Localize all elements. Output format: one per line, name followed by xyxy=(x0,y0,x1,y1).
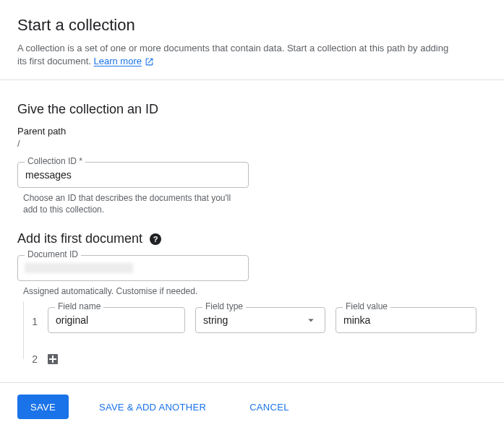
add-field-button[interactable] xyxy=(48,354,58,364)
save-button[interactable]: Save xyxy=(17,395,69,419)
add-field-row: 2 xyxy=(17,353,487,365)
collection-id-label: Collection ID * xyxy=(25,156,85,166)
collection-id-field: Collection ID * xyxy=(17,162,249,188)
dialog-footer: Save Save & add another Cancel xyxy=(0,382,504,431)
add-row-tree: 2 xyxy=(17,353,38,365)
dialog-body: Give the collection an ID Parent path / … xyxy=(0,80,504,382)
document-id-field: Document ID xyxy=(17,255,249,281)
start-collection-dialog: Start a collection A collection is a set… xyxy=(0,0,504,431)
field-rows: 1 Field name Field type string Field val… xyxy=(17,307,487,365)
field-row: 1 Field name Field type string Field val… xyxy=(17,307,487,336)
learn-more-link[interactable]: Learn more xyxy=(93,55,153,68)
dialog-description: A collection is a set of one or more doc… xyxy=(17,42,458,68)
row-tree: 1 xyxy=(17,307,38,336)
section-give-id-title: Give the collection an ID xyxy=(17,102,487,117)
field-value-label: Field value xyxy=(343,301,390,311)
field-type-value: string xyxy=(203,314,228,326)
row-number: 1 xyxy=(32,316,38,327)
section-add-doc-title: Add its first document ? xyxy=(17,231,487,246)
field-type-label: Field type xyxy=(202,301,246,311)
cancel-button[interactable]: Cancel xyxy=(236,395,302,419)
collection-id-helper: Choose an ID that describes the document… xyxy=(23,192,240,215)
dialog-title: Start a collection xyxy=(17,16,487,35)
document-id-label: Document ID xyxy=(25,249,81,259)
field-name-wrap: Field name xyxy=(48,307,185,333)
parent-path-label: Parent path xyxy=(17,126,487,137)
save-add-another-button[interactable]: Save & add another xyxy=(86,395,219,419)
dialog-description-text: A collection is a set of one or more doc… xyxy=(17,43,448,66)
section-add-doc-label: Add its first document xyxy=(17,231,142,246)
dialog-header: Start a collection A collection is a set… xyxy=(0,0,504,79)
add-row-number: 2 xyxy=(32,353,38,365)
field-value-wrap: Field value xyxy=(336,307,477,333)
field-type-wrap: Field type string xyxy=(195,307,325,333)
parent-path-value: / xyxy=(17,138,487,149)
help-icon[interactable]: ? xyxy=(150,233,161,245)
learn-more-label: Learn more xyxy=(93,55,141,68)
external-link-icon xyxy=(145,57,154,66)
plus-icon xyxy=(49,356,56,363)
document-id-helper: Assigned automatically. Customise if nee… xyxy=(23,285,240,297)
chevron-down-icon xyxy=(304,314,317,327)
field-name-label: Field name xyxy=(55,301,103,311)
document-id-autogen-placeholder xyxy=(25,263,133,273)
